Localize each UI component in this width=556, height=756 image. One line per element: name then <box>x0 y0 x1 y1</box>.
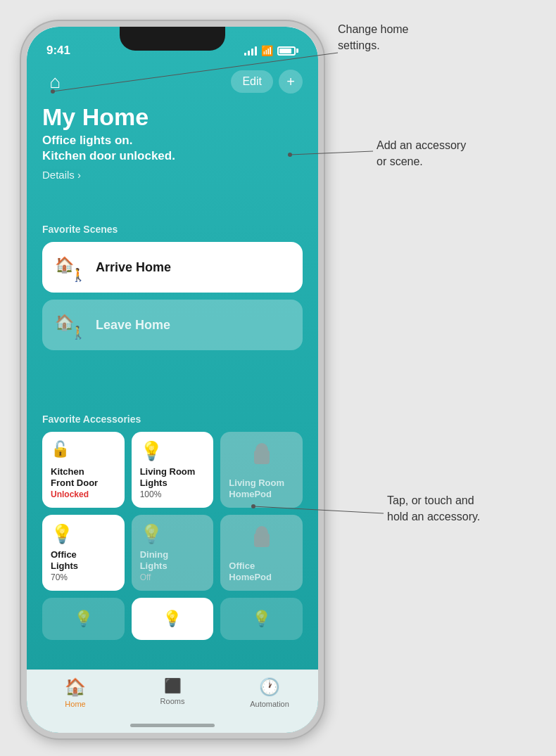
add-button[interactable]: + <box>279 70 303 94</box>
office-homepod-card[interactable]: OfficeHomePod <box>220 515 303 591</box>
accessories-section-label: Favorite Accessories <box>42 414 303 425</box>
status-icons: 📶 <box>244 45 298 56</box>
subtitle-line2: Kitchen door unlocked. <box>42 149 175 162</box>
automation-tab-label: Automation <box>250 700 289 708</box>
office-homepod-icon <box>229 523 294 547</box>
page-title: My Home <box>42 104 303 130</box>
subtitle: Office lights on. Kitchen door unlocked. <box>42 133 303 164</box>
home-indicator <box>130 724 215 727</box>
rooms-tab-label: Rooms <box>160 697 185 705</box>
phone-screen: 9:41 📶 ⌂ <box>27 27 318 733</box>
living-room-lights-name: Living RoomLights <box>140 466 206 488</box>
partial-row: 💡 💡 💡 <box>42 598 303 640</box>
office-lights-name: OfficeLights <box>51 549 116 571</box>
living-room-homepod-name: Living RoomHomePod <box>229 478 294 499</box>
living-room-lights-status: 100% <box>140 489 206 499</box>
accessories-grid: 🔓 KitchenFront Door Unlocked 💡 Living Ro… <box>42 432 303 591</box>
arrive-home-label: Arrive Home <box>96 260 171 275</box>
living-room-homepod-card[interactable]: Living RoomHomePod <box>220 432 303 508</box>
tab-home[interactable]: 🏠 Home <box>51 677 100 708</box>
office-bulb-icon: 💡 <box>51 523 116 545</box>
details-link[interactable]: Details › <box>42 169 303 181</box>
scenes-section: Favorite Scenes 🏠 🚶 Arrive Home 🏠 🚶 Leav… <box>42 224 303 357</box>
accessories-section: Favorite Accessories 🔓 KitchenFront Door… <box>42 414 303 640</box>
home-settings-icon: ⌂ <box>49 71 61 93</box>
dining-lights-info: DiningLights Off <box>140 549 206 582</box>
leave-home-scene[interactable]: 🏠 🚶 Leave Home <box>42 300 303 350</box>
kitchen-door-name: KitchenFront Door <box>51 466 116 488</box>
edit-button[interactable]: Edit <box>231 70 273 93</box>
dining-bulb-icon: 💡 <box>140 523 206 545</box>
dining-lights-status: Off <box>140 572 206 582</box>
partial-card-3[interactable]: 💡 <box>220 598 303 640</box>
tab-rooms[interactable]: ⬛ Rooms <box>148 677 197 705</box>
lock-icon: 🔓 <box>51 440 116 459</box>
office-homepod-info: OfficeHomePod <box>229 560 294 582</box>
annotation-tap-hold: Tap, or touch andhold an accessory. <box>387 492 480 525</box>
kitchen-door-card[interactable]: 🔓 KitchenFront Door Unlocked <box>42 432 125 508</box>
annotation-add-accessory: Add an accessoryor scene. <box>377 137 466 169</box>
rooms-tab-icon: ⬛ <box>164 677 182 694</box>
header-row: ⌂ Edit + <box>42 69 303 94</box>
partial-card-1[interactable]: 💡 <box>42 598 125 640</box>
living-room-homepod-info: Living RoomHomePod <box>229 478 294 499</box>
phone-frame: 9:41 📶 ⌂ <box>21 21 324 738</box>
main-title-area: My Home Office lights on. Kitchen door u… <box>42 104 303 181</box>
person-leave-icon: 🚶 <box>70 325 86 340</box>
automation-tab-icon: 🕐 <box>259 677 280 697</box>
status-time: 9:41 <box>46 44 70 58</box>
living-room-lights-card[interactable]: 💡 Living RoomLights 100% <box>132 432 214 508</box>
office-lights-info: OfficeLights 70% <box>51 549 116 582</box>
homepod-icon <box>229 440 294 464</box>
wifi-icon: 📶 <box>261 45 273 56</box>
header-actions: Edit + <box>231 70 303 94</box>
office-lights-status: 70% <box>51 572 116 582</box>
leave-home-label: Leave Home <box>96 318 170 333</box>
leave-home-icon: 🏠 🚶 <box>55 309 86 340</box>
tab-automation[interactable]: 🕐 Automation <box>245 677 294 708</box>
annotation-change-home: Change homesettings. <box>338 21 409 53</box>
bulb-on-icon: 💡 <box>140 440 206 462</box>
home-settings-button[interactable]: ⌂ <box>42 69 68 94</box>
partial-card-2[interactable]: 💡 <box>132 598 214 640</box>
office-lights-card[interactable]: 💡 OfficeLights 70% <box>42 515 125 591</box>
dining-lights-name: DiningLights <box>140 549 206 571</box>
home-tab-label: Home <box>65 700 85 708</box>
subtitle-line1: Office lights on. <box>42 134 132 147</box>
arrive-home-icon: 🏠 🚶 <box>55 252 86 283</box>
living-room-lights-info: Living RoomLights 100% <box>140 466 206 499</box>
kitchen-door-info: KitchenFront Door Unlocked <box>51 466 116 499</box>
notch <box>120 27 225 51</box>
signal-icon <box>244 46 257 56</box>
person-walking-icon: 🚶 <box>70 267 86 283</box>
home-tab-icon: 🏠 <box>65 677 86 697</box>
dining-lights-card[interactable]: 💡 DiningLights Off <box>132 515 214 591</box>
arrive-home-scene[interactable]: 🏠 🚶 Arrive Home <box>42 242 303 293</box>
battery-icon <box>277 46 298 56</box>
scenes-section-label: Favorite Scenes <box>42 224 303 235</box>
kitchen-door-status: Unlocked <box>51 489 116 499</box>
office-homepod-name: OfficeHomePod <box>229 560 294 582</box>
